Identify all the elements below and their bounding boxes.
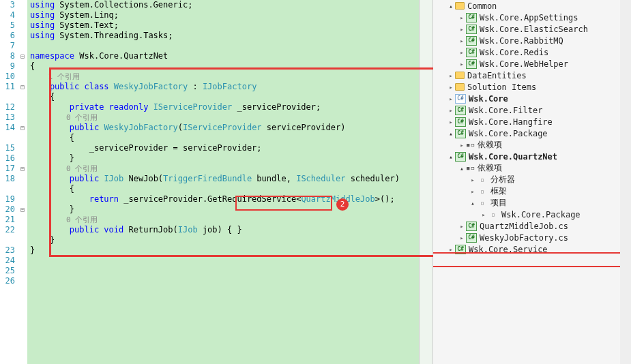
tree-label: 项目 [490, 197, 507, 209]
tree-label: Wsk.Core.RabbitMQ [480, 36, 563, 46]
tree-node[interactable]: ▸C#Wsk.Core.ElasticSearch [433, 23, 631, 35]
csf-icon: C# [466, 222, 477, 231]
tree-label: Wsk.Core [469, 94, 508, 104]
expand-arrow-icon[interactable]: ▸ [458, 61, 466, 67]
item-icon: ▫ [477, 198, 488, 208]
annotation-badge-2: 2 [336, 198, 349, 211]
tree-label: Wsk.Core.Service [469, 245, 548, 254]
expand-arrow-icon[interactable]: ▸ [447, 246, 455, 253]
solution-explorer[interactable]: ▴Common▸C#Wsk.Core.AppSettings▸C#Wsk.Cor… [433, 0, 631, 364]
tree-node[interactable]: ▸▫框架 [433, 185, 631, 197]
expand-arrow-icon[interactable]: ▴ [447, 130, 455, 137]
expand-arrow-icon[interactable]: ▸ [458, 142, 466, 149]
expand-arrow-icon[interactable]: ▸ [458, 26, 466, 33]
tree-label: DataEntities [467, 71, 527, 80]
explorer-scrollbar[interactable] [620, 0, 631, 364]
expand-arrow-icon[interactable]: ▸ [480, 211, 488, 218]
tree-node[interactable]: ▸C#Wsk.Core.Service [433, 243, 631, 255]
tree-node[interactable]: ▸C#Wsk.Core.RabbitMQ [433, 35, 631, 46]
tree-node[interactable]: ▴C#Wsk.Core.Package [433, 127, 631, 139]
cs-icon: C# [455, 152, 466, 162]
cs-icon: C# [466, 48, 477, 57]
tree-node[interactable]: ▸▪▫依赖项 [433, 139, 631, 151]
cs-icon: C# [466, 59, 477, 69]
folder-icon [455, 83, 465, 91]
tree-node[interactable]: ▴▪▫依赖项 [433, 162, 631, 174]
expand-arrow-icon[interactable]: ▸ [469, 177, 477, 183]
tree-node[interactable]: ▸▫Wsk.Core.Package [433, 209, 631, 220]
code-editor[interactable]: 3456789101112131415161718192021222324252… [0, 0, 433, 364]
tree-node[interactable]: ▸C#QuartzMiddleJob.cs [433, 220, 631, 232]
tree-label: Wsk.Core.Filter [469, 106, 542, 115]
item-icon: ▫ [477, 187, 488, 196]
tree-node[interactable]: ▴C#Wsk.Core.QuartzNet [433, 151, 631, 162]
expand-arrow-icon[interactable]: ▸ [447, 72, 455, 79]
tree-label: Wsk.Core.ElasticSearch [480, 25, 588, 34]
ref-icon: ▪▫ [466, 164, 475, 173]
tree-node[interactable]: ▸Solution Items [433, 81, 631, 93]
tree-node[interactable]: ▸C#Wsk.Core [433, 93, 631, 104]
expand-arrow-icon[interactable]: ▸ [458, 223, 466, 230]
tree-node[interactable]: ▸DataEntities [433, 70, 631, 81]
tree-node[interactable]: ▴▫项目 [433, 197, 631, 209]
expand-arrow-icon[interactable]: ▸ [458, 234, 466, 241]
expand-arrow-icon[interactable]: ▴ [447, 153, 455, 160]
folder-icon [455, 2, 465, 10]
proj-icon: C# [455, 94, 466, 104]
tree-node[interactable]: ▸▫分析器 [433, 174, 631, 185]
tree-label: WeskyJobFactory.cs [480, 233, 568, 243]
expand-arrow-icon[interactable]: ▸ [447, 119, 455, 125]
expand-arrow-icon[interactable]: ▸ [458, 49, 466, 56]
item-icon: ▫ [477, 175, 488, 185]
tree-label: Wsk.Core.Package [469, 129, 548, 138]
fold-gutter[interactable]: ⊟⊟⊟⊟⊟ [18, 0, 27, 364]
tree-node[interactable]: ▸C#Wsk.Core.WebHelper [433, 58, 631, 70]
cs-icon: C# [455, 106, 466, 115]
tree-node[interactable]: ▸C#Wsk.Core.Hangfire [433, 116, 631, 127]
cs-icon: C# [455, 129, 466, 138]
tree-node[interactable]: ▴Common [433, 0, 631, 12]
tree-label: Solution Items [467, 82, 536, 92]
expand-arrow-icon[interactable]: ▴ [447, 3, 455, 10]
tree-label: QuartzMiddleJob.cs [480, 222, 568, 231]
expand-arrow-icon[interactable]: ▸ [469, 188, 477, 195]
expand-arrow-icon[interactable]: ▸ [458, 14, 466, 21]
tree-label: Wsk.Core.AppSettings [480, 13, 578, 22]
tree-label: Wsk.Core.Package [501, 210, 581, 219]
tree-label: Common [467, 1, 497, 11]
item-icon: ▫ [488, 210, 499, 219]
tree-node[interactable]: ▸C#Wsk.Core.Redis [433, 46, 631, 58]
tree-label: 分析器 [490, 174, 515, 185]
tree-label: 依赖项 [478, 139, 502, 151]
expand-arrow-icon[interactable]: ▴ [469, 200, 477, 207]
line-gutter: 3456789101112131415161718192021222324252… [0, 0, 18, 364]
tree-node[interactable]: ▸C#Wsk.Core.AppSettings [433, 12, 631, 23]
tree-node[interactable]: ▸C#Wsk.Core.Filter [433, 104, 631, 116]
cs-icon: C# [466, 25, 477, 34]
code-area[interactable]: using System.Collections.Generic; using … [27, 0, 419, 364]
expand-arrow-icon[interactable]: ▸ [447, 84, 455, 91]
expand-arrow-icon[interactable]: ▴ [458, 165, 466, 172]
tree-label: Wsk.Core.Hangfire [469, 117, 553, 127]
tree-label: Wsk.Core.QuartzNet [469, 152, 557, 162]
tree-label: 依赖项 [478, 162, 502, 174]
editor-scrollbar[interactable] [419, 0, 432, 364]
expand-arrow-icon[interactable]: ▸ [447, 95, 455, 102]
tree-node[interactable]: ▸C#WeskyJobFactory.cs [433, 232, 631, 243]
expand-arrow-icon[interactable]: ▸ [447, 107, 455, 114]
cs-icon: C# [455, 245, 466, 254]
tree-label: Wsk.Core.WebHelper [480, 59, 568, 69]
ref-icon: ▪▫ [466, 140, 475, 150]
cs-icon: C# [466, 13, 477, 22]
cs-icon: C# [466, 36, 477, 46]
tree-label: Wsk.Core.Redis [480, 48, 548, 57]
cs-icon: C# [455, 117, 466, 127]
expand-arrow-icon[interactable]: ▸ [458, 37, 466, 44]
folder-icon [455, 72, 465, 79]
csf-icon: C# [466, 233, 477, 243]
tree-label: 框架 [490, 185, 507, 197]
